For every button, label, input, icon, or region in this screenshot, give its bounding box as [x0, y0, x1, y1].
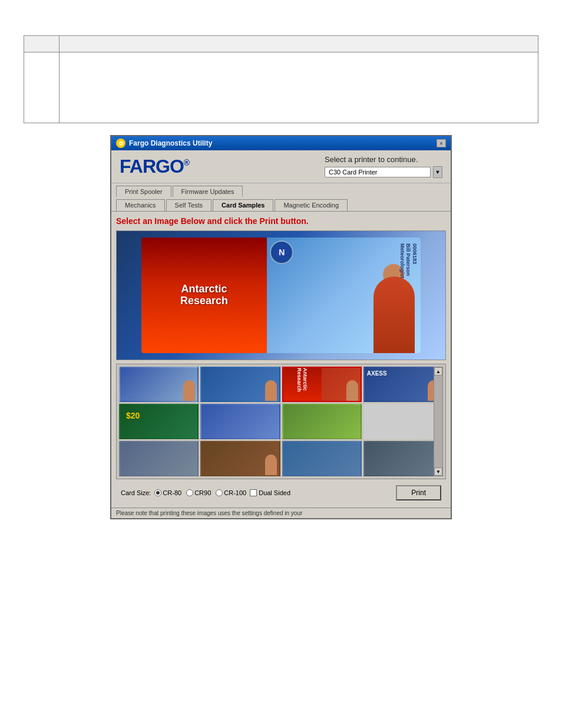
print-button[interactable]: Print	[396, 485, 441, 500]
card-compass-icon: N	[270, 241, 293, 264]
app-icon: ⚙	[116, 139, 125, 148]
thumbnail-8[interactable]	[363, 404, 443, 439]
card-antarctic-text: Antarctic Research	[180, 284, 228, 307]
card-size-radio-group: CR-80 CR90 CR-100	[154, 489, 246, 496]
radio-cr100-label: CR-100	[224, 489, 246, 496]
thumbnail-6[interactable]	[200, 404, 280, 439]
tab-mechanics[interactable]: Mechanics	[116, 199, 165, 211]
app-header: FARGO® Select a printer to continue. C30…	[111, 150, 451, 183]
window-title: Fargo Diagnostics Utility	[129, 139, 212, 147]
tab-card-samples[interactable]: Card Samples	[213, 199, 273, 211]
thumb5-price-label: $20	[126, 411, 140, 420]
card-right-panel: N 0006183 Bill Paterson Meteorologist	[267, 238, 421, 353]
thumbnail-3[interactable]: Antarctic Research	[282, 367, 362, 402]
dual-sided-checkbox[interactable]	[250, 489, 257, 496]
table-header-col2	[59, 36, 538, 52]
card-size-label: Card Size:	[121, 489, 151, 496]
status-bar: Please note that printing these images u…	[111, 508, 451, 518]
thumbnail-area: Antarctic Research AXESS $20	[116, 364, 446, 479]
table-cell-col1	[24, 52, 59, 123]
printer-dropdown[interactable]: C30 Card Printer	[325, 167, 431, 177]
card-preview-image: Antarctic Research N 0006183 Bill Paters…	[141, 238, 421, 353]
radio-cr90-label: CR90	[194, 489, 211, 496]
scroll-up-button[interactable]: ▲	[434, 367, 442, 375]
thumbnail-4[interactable]: AXESS	[363, 367, 443, 402]
thumbnail-1[interactable]	[119, 367, 199, 402]
card-size-area: Card Size: CR-80 CR90 CR-100	[121, 489, 290, 496]
thumbnail-grid-row2	[119, 441, 443, 476]
instruction-text: Select an Image Below and click the Prin…	[116, 216, 446, 226]
printer-select-label: Select a printer to continue.	[325, 155, 418, 164]
radio-cr80-label: CR-80	[163, 489, 181, 496]
thumbnail-grid-row1: Antarctic Research AXESS $20	[119, 367, 443, 439]
tab-self-tests[interactable]: Self Tests	[166, 199, 212, 211]
main-preview: Antarctic Research N 0006183 Bill Paters…	[116, 230, 446, 360]
status-text: Please note that printing these images u…	[116, 510, 302, 516]
radio-cr90[interactable]: CR90	[186, 489, 211, 496]
tab-firmware-updates[interactable]: Firmware Updates	[173, 186, 243, 197]
doc-table	[24, 35, 538, 123]
radio-cr100[interactable]: CR-100	[216, 489, 246, 496]
window-wrap: ⚙ Fargo Diagnostics Utility × FARGO® Sel…	[0, 135, 562, 519]
thumbnail-5[interactable]: $20	[119, 404, 199, 439]
thumbnail-7[interactable]	[282, 404, 362, 439]
bottom-controls: Card Size: CR-80 CR90 CR-100	[116, 483, 446, 503]
radio-cr90-input[interactable]	[186, 489, 193, 496]
tab-content-area: Select an Image Below and click the Prin…	[111, 211, 451, 508]
scroll-track	[434, 375, 442, 467]
card-left-panel: Antarctic Research	[141, 238, 267, 353]
close-button[interactable]: ×	[437, 139, 446, 147]
thumb1-person-icon	[183, 380, 195, 401]
table-cell-col2	[59, 52, 538, 123]
card-person-silhouette	[373, 276, 415, 353]
printer-select-area: Select a printer to continue. C30 Card P…	[325, 155, 442, 178]
thumb2-person-icon	[265, 380, 277, 401]
printer-select-box: C30 Card Printer ▼	[325, 166, 442, 178]
title-bar: ⚙ Fargo Diagnostics Utility ×	[111, 136, 451, 150]
app-window: ⚙ Fargo Diagnostics Utility × FARGO® Sel…	[110, 135, 452, 519]
tab-print-spooler[interactable]: Print Spooler	[116, 186, 171, 197]
thumbnail-2[interactable]	[200, 367, 280, 402]
thumbnail-r2-3[interactable]	[282, 441, 362, 476]
dual-sided-checkbox-item[interactable]: Dual Sided	[250, 489, 290, 496]
dropdown-arrow-icon[interactable]: ▼	[433, 166, 442, 178]
thumb-r2-2-person-icon	[265, 454, 277, 475]
thumbnail-r2-2[interactable]	[200, 441, 280, 476]
card-id-text: 0006183 Bill Paterson Meteorologist	[399, 243, 418, 278]
radio-cr80[interactable]: CR-80	[154, 489, 181, 496]
tab-row-2: Mechanics Self Tests Card Samples Magnet…	[111, 197, 451, 211]
scroll-down-button[interactable]: ▼	[434, 467, 442, 476]
thumb3-person-icon	[346, 380, 358, 401]
table-header-col1	[24, 36, 59, 52]
fargo-logo: FARGO®	[120, 156, 189, 177]
radio-cr100-input[interactable]	[216, 489, 223, 496]
thumbnail-r2-1[interactable]	[119, 441, 199, 476]
tab-magnetic-encoding[interactable]: Magnetic Encoding	[275, 199, 348, 211]
thumbnail-r2-4[interactable]	[363, 441, 443, 476]
title-bar-left: ⚙ Fargo Diagnostics Utility	[116, 139, 212, 148]
radio-cr80-input[interactable]	[154, 489, 161, 496]
dual-sided-label: Dual Sided	[259, 489, 290, 496]
thumbnail-scrollbar[interactable]: ▲ ▼	[434, 367, 443, 476]
tab-row-1: Print Spooler Firmware Updates	[111, 183, 451, 197]
